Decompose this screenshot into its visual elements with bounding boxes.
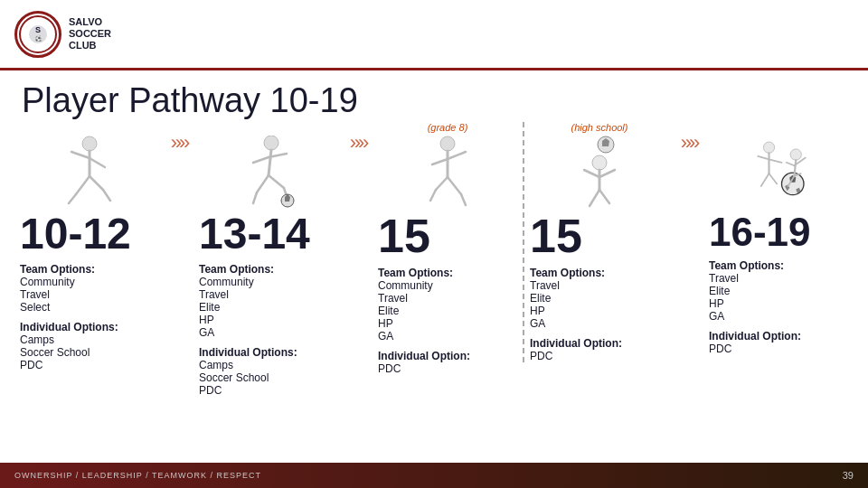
svg-line-24	[432, 159, 448, 164]
org-name-text: SALVO SOCCER CLUB	[69, 16, 111, 52]
footer-tagline: OWNERSHIP / LEADERSHIP / TEAMWORK / RESP…	[14, 471, 261, 480]
svg-line-11	[103, 190, 110, 201]
individual-options-4: Individual Option: PDC	[530, 337, 622, 362]
svg-point-12	[264, 136, 278, 150]
arrow-3: »»	[675, 122, 703, 275]
figure-icon-1	[58, 136, 121, 212]
svg-line-40	[761, 174, 769, 186]
age-col-10-12: 10-12 Team Options: Community Travel Sel…	[14, 122, 165, 371]
logo-icon: S ⚽	[18, 14, 58, 54]
svg-line-32	[599, 170, 615, 177]
svg-line-23	[448, 152, 466, 159]
svg-line-16	[257, 175, 269, 192]
age-number-4: 15	[530, 212, 582, 259]
age-number-2: 13-14	[199, 212, 310, 256]
svg-line-41	[769, 174, 778, 183]
svg-line-17	[269, 175, 284, 188]
svg-line-45	[787, 163, 795, 166]
grade-label-3: (grade 8)	[378, 122, 517, 133]
svg-line-27	[461, 194, 466, 205]
age-col-15-grade8: (grade 8) 15 Team Options: Community Tra…	[373, 122, 523, 375]
svg-line-7	[90, 158, 105, 167]
arrow-1: »»	[165, 122, 193, 279]
svg-point-36	[763, 142, 774, 153]
svg-line-34	[599, 190, 609, 203]
svg-line-31	[584, 170, 599, 177]
svg-point-43	[790, 149, 801, 160]
svg-line-10	[69, 194, 76, 203]
figure-2	[199, 122, 338, 212]
age-number-5: 16-19	[709, 212, 811, 252]
age-col-13-14: 13-14 Team Options: Community Travel Eli…	[193, 122, 344, 397]
age-number-1: 10-12	[20, 212, 131, 256]
figure-3: (grade 8)	[378, 122, 517, 212]
figure-icon-2	[237, 136, 300, 212]
team-options-2: Team Options: Community Travel Elite HP …	[199, 263, 274, 339]
svg-line-8	[76, 176, 90, 194]
individual-options-5: Individual Option: PDC	[709, 330, 801, 355]
svg-point-29	[592, 155, 607, 170]
svg-line-38	[758, 156, 769, 160]
svg-line-9	[90, 176, 103, 190]
figure-4: (high school)	[530, 122, 669, 212]
svg-line-26	[436, 177, 448, 190]
individual-options-3: Individual Option: PDC	[378, 350, 470, 375]
svg-line-33	[590, 190, 599, 206]
svg-point-21	[440, 136, 455, 151]
svg-text:S: S	[35, 25, 41, 34]
svg-line-25	[448, 177, 461, 194]
svg-line-28	[430, 190, 436, 201]
team-options-4: Team Options: Travel Elite HP GA	[530, 267, 605, 330]
svg-point-4	[82, 136, 97, 151]
individual-options-1: Individual Options: Camps Soccer School …	[20, 321, 118, 371]
header: S ⚽ SALVO SOCCER CLUB	[0, 0, 868, 70]
svg-line-14	[253, 157, 269, 163]
figure-5	[709, 122, 848, 212]
svg-line-13	[269, 150, 271, 175]
individual-options-2: Individual Options: Camps Soccer School …	[199, 346, 297, 397]
team-options-3: Team Options: Community Travel Elite HP …	[378, 267, 453, 343]
logo: S ⚽	[14, 11, 61, 58]
columns-container: 10-12 Team Options: Community Travel Sel…	[14, 122, 854, 488]
page-title: Player Pathway 10-19	[0, 70, 868, 120]
svg-line-18	[253, 192, 257, 203]
figure-icon-5	[747, 136, 810, 212]
arrow-2: »»	[344, 122, 373, 288]
svg-text:⚽: ⚽	[35, 35, 42, 42]
age-col-15-hs: (high school) 15 Team Options: Trave	[523, 122, 675, 362]
figure-icon-4	[568, 136, 631, 212]
svg-line-39	[769, 159, 782, 163]
figure-1	[20, 122, 159, 212]
figure-icon-3	[416, 136, 479, 212]
footer: OWNERSHIP / LEADERSHIP / TEAMWORK / RESP…	[0, 463, 868, 488]
svg-line-6	[71, 152, 90, 158]
page-number: 39	[843, 470, 854, 481]
content-area: 10-12 Team Options: Community Travel Sel…	[0, 120, 868, 488]
grade-label-4: (high school)	[530, 122, 669, 133]
team-options-1: Team Options: Community Travel Select	[20, 263, 95, 314]
age-col-16-19: 16-19 Team Options: Travel Elite HP GA I…	[703, 122, 854, 355]
team-options-5: Team Options: Travel Elite HP GA	[709, 259, 784, 323]
age-number-3: 15	[378, 212, 430, 259]
